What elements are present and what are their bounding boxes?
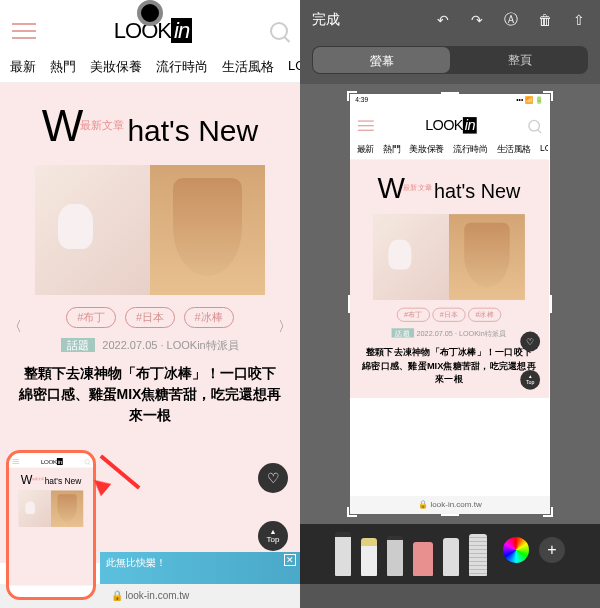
logo-suffix: in bbox=[171, 18, 192, 43]
segment-screen[interactable]: 螢幕 bbox=[313, 47, 450, 73]
nav-item[interactable]: 流行時尚 bbox=[156, 58, 208, 76]
lasso-tool[interactable] bbox=[443, 538, 459, 576]
nav-item[interactable]: 熱門 bbox=[50, 58, 76, 76]
screenshot-preview[interactable]: 4:39••• 📶 🔋 LOOKin 最新熱門美妝保養流行時尚生活風格LO W最… bbox=[350, 94, 550, 514]
segment-fullpage[interactable]: 整頁 bbox=[451, 46, 588, 74]
hero-image[interactable] bbox=[35, 165, 265, 295]
segment-control[interactable]: 螢幕 整頁 bbox=[312, 46, 588, 74]
nav-item[interactable]: 最新 bbox=[10, 58, 36, 76]
mini-url-bar: 🔒 look-in.com.tw bbox=[350, 496, 550, 514]
markup-tools: + bbox=[300, 524, 600, 584]
search-icon[interactable] bbox=[270, 22, 288, 40]
tag[interactable]: #日本 bbox=[125, 307, 175, 328]
marker-tool[interactable] bbox=[361, 538, 377, 576]
article-title[interactable]: 整顆下去凍神物「布丁冰棒」！一口咬下綿密口感、雞蛋MIX焦糖苦甜，吃完還想再來一… bbox=[12, 363, 288, 426]
camera-notch bbox=[137, 0, 163, 26]
article-author[interactable]: LOOKin特派員 bbox=[167, 339, 239, 351]
carousel-prev-icon[interactable]: 〈 bbox=[8, 318, 22, 336]
share-icon[interactable]: ⇧ bbox=[570, 11, 588, 29]
add-shape-button[interactable]: + bbox=[539, 537, 565, 563]
markup-toolbar: 完成 ↶ ↷ Ⓐ 🗑 ⇧ bbox=[300, 0, 600, 40]
markup-canvas[interactable]: 4:39••• 📶 🔋 LOOKin 最新熱門美妝保養流行時尚生活風格LO W最… bbox=[300, 84, 600, 524]
article-meta: 話題 2022.07.05 · LOOKin特派員 bbox=[12, 338, 288, 353]
status-bar: 4:39••• 📶 🔋 bbox=[350, 94, 548, 105]
markup-pen-icon[interactable]: Ⓐ bbox=[502, 11, 520, 29]
ad-banner[interactable]: 此無比快樂！ ✕ bbox=[100, 552, 300, 584]
menu-icon[interactable] bbox=[12, 23, 36, 39]
trash-icon[interactable]: 🗑 bbox=[536, 11, 554, 29]
eraser-tool[interactable] bbox=[413, 542, 433, 576]
tag[interactable]: #冰棒 bbox=[184, 307, 234, 328]
tag-list: #布丁 #日本 #冰棒 bbox=[12, 307, 288, 328]
carousel-next-icon[interactable]: 〉 bbox=[278, 318, 292, 336]
article-date: 2022.07.05 bbox=[102, 339, 157, 351]
nav-item[interactable]: 生活風格 bbox=[222, 58, 274, 76]
tag[interactable]: #布丁 bbox=[66, 307, 116, 328]
nav-item[interactable]: LO bbox=[288, 58, 300, 76]
undo-icon[interactable]: ↶ bbox=[434, 11, 452, 29]
section-title: W最新文章hat's New bbox=[12, 101, 288, 151]
crop-edge[interactable] bbox=[548, 295, 552, 313]
scroll-top-button[interactable]: Top bbox=[258, 521, 288, 551]
close-ad-icon[interactable]: ✕ bbox=[284, 554, 296, 566]
screenshot-thumbnail[interactable]: LOOKin W最新文章hat's New bbox=[6, 450, 96, 600]
redo-icon[interactable]: ↷ bbox=[468, 11, 486, 29]
pen-tool[interactable] bbox=[335, 532, 351, 576]
annotation-arrow bbox=[95, 448, 145, 498]
color-picker[interactable] bbox=[503, 537, 529, 563]
ruler-tool[interactable] bbox=[469, 534, 487, 576]
nav-item[interactable]: 美妝保養 bbox=[90, 58, 142, 76]
ad-text: 此無比快樂！ bbox=[106, 557, 166, 568]
pencil-tool[interactable] bbox=[387, 536, 403, 576]
done-button[interactable]: 完成 bbox=[312, 11, 340, 29]
category-badge[interactable]: 話題 bbox=[61, 338, 95, 352]
favorite-button[interactable]: ♡ bbox=[258, 463, 288, 493]
nav-bar: 最新 熱門 美妝保養 流行時尚 生活風格 LO bbox=[0, 52, 300, 83]
